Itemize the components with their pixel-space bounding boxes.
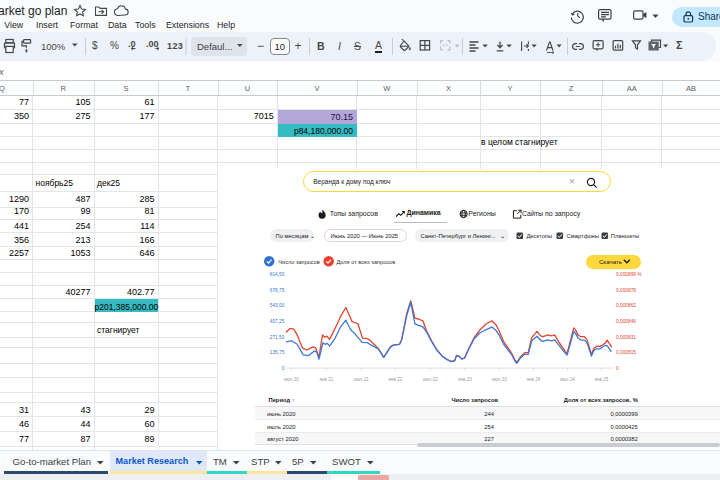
svg-text:янв 24: янв 24: [526, 377, 540, 382]
svg-text:0,000878: 0,000878: [616, 288, 636, 293]
svg-text:0,000862: 0,000862: [616, 303, 636, 308]
svg-text:июл 20: июл 20: [284, 377, 299, 382]
svg-text:407,25: 407,25: [269, 319, 284, 324]
svg-text:янв 22: янв 22: [388, 377, 402, 382]
svg-text:янв 23: янв 23: [458, 377, 472, 382]
svg-text:янв 25: янв 25: [594, 377, 608, 382]
svg-text:0,000815: 0,000815: [616, 350, 636, 355]
svg-text:135,75: 135,75: [269, 350, 284, 355]
svg-text:0,000899 %: 0,000899 %: [616, 272, 642, 277]
svg-text:июл 21: июл 21: [354, 377, 369, 382]
svg-text:271,50: 271,50: [269, 335, 284, 340]
svg-text:0: 0: [616, 366, 619, 371]
svg-text:814,50: 814,50: [269, 272, 284, 277]
svg-text:0: 0: [281, 366, 284, 371]
svg-text:июл 22: июл 22: [423, 377, 438, 382]
svg-text:июл 24: июл 24: [560, 377, 575, 382]
svg-text:543,00: 543,00: [269, 303, 284, 308]
svg-text:678,75: 678,75: [269, 288, 284, 293]
svg-text:0,000846: 0,000846: [616, 319, 636, 324]
svg-text:июл 23: июл 23: [492, 377, 507, 382]
svg-text:0,000831: 0,000831: [616, 335, 636, 340]
svg-text:янв 21: янв 21: [319, 377, 333, 382]
